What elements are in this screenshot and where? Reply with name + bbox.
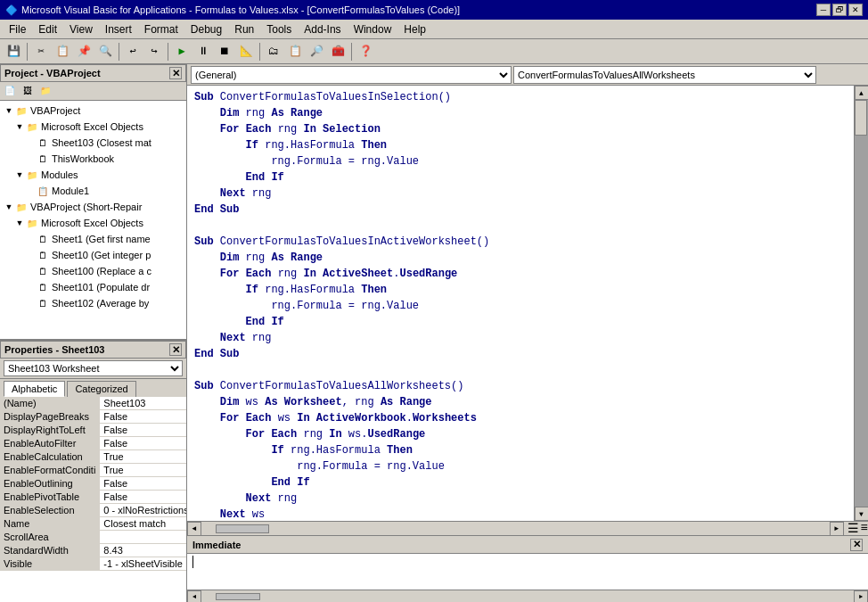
hscroll-track[interactable] — [216, 524, 815, 533]
project-tree[interactable]: ▼ 📁 VBAProject ▼ 📁 Microsoft Excel Objec… — [0, 101, 186, 339]
project-view-object[interactable]: 🖼 — [20, 84, 36, 98]
menu-debug[interactable]: Debug — [185, 21, 227, 37]
props-name-cell: DisplayPageBreaks — [0, 410, 100, 424]
expand-excel-objects-2[interactable]: ▼ — [14, 218, 25, 228]
menu-file[interactable]: File — [4, 21, 31, 37]
toolbar-design[interactable]: 📐 — [236, 42, 256, 62]
toolbar-break[interactable]: ⏸ — [193, 42, 213, 62]
hscroll-thumb[interactable] — [216, 524, 269, 533]
props-row: EnableCalculationTrue — [0, 450, 186, 464]
props-value-cell[interactable] — [100, 531, 186, 544]
tab-categorized[interactable]: Categorized — [67, 381, 135, 397]
props-value-cell[interactable]: False — [100, 491, 186, 504]
imm-hscroll-right[interactable]: ► — [854, 590, 868, 603]
toolbar-obj-browser[interactable]: 🔎 — [307, 42, 326, 62]
menu-addins[interactable]: Add-Ins — [299, 21, 346, 37]
expand-modules[interactable]: ▼ — [14, 169, 25, 180]
procedure-dropdown[interactable]: ConvertFormulasToValuesAllWorksheets — [513, 66, 816, 84]
tree-excel-objects-2[interactable]: ▼ 📁 Microsoft Excel Objects — [12, 215, 184, 231]
props-value-cell[interactable]: False — [100, 410, 186, 424]
toolbar-proj[interactable]: 🗂 — [264, 42, 283, 62]
minimize-btn[interactable]: ─ — [816, 4, 831, 16]
immediate-content[interactable] — [187, 554, 868, 590]
toolbar-save[interactable]: 💾 — [4, 42, 23, 62]
toolbar-help[interactable]: ❓ — [356, 42, 375, 62]
tree-vbaproject2[interactable]: ▼ 📁 VBAProject (Short-Repair — [2, 199, 184, 215]
vscroll-thumb[interactable] — [855, 100, 867, 136]
toolbar-cut[interactable]: ✂ — [31, 42, 51, 62]
imm-hscroll-thumb[interactable] — [216, 593, 260, 600]
immediate-hscroll[interactable]: ◄ ► — [187, 590, 868, 602]
imm-hscroll-track[interactable] — [216, 593, 839, 600]
props-value-cell[interactable]: Closest match — [100, 517, 186, 531]
tree-sheet102[interactable]: 🗒 Sheet102 (Average by — [23, 295, 184, 311]
full-view-icon[interactable]: ≡ — [861, 521, 868, 536]
tree-vbaproject[interactable]: ▼ 📁 VBAProject — [2, 103, 184, 119]
general-dropdown[interactable]: (General) — [191, 66, 512, 84]
vscroll-track[interactable] — [855, 100, 869, 507]
tree-label-sheet103: Sheet103 (Closest mat — [52, 137, 151, 148]
code-area[interactable]: Sub ConvertFormulasToValuesInSelection()… — [187, 86, 854, 521]
icon-sheet103: 🗒 — [36, 136, 50, 150]
folder-icon-excel-objects-2: 📁 — [25, 216, 39, 230]
expand-excel-objects-1[interactable]: ▼ — [14, 121, 25, 132]
props-name-cell: ScrollArea — [0, 531, 100, 544]
props-value-cell[interactable]: 0 - xlNoRestrictions — [100, 504, 186, 517]
props-value-cell[interactable]: Sheet103 — [100, 397, 186, 410]
vscroll-down-btn[interactable]: ▼ — [855, 507, 869, 521]
menu-tools[interactable]: Tools — [261, 21, 297, 37]
proc-view-icon[interactable]: ☰ — [848, 521, 859, 536]
toolbar-run[interactable]: ▶ — [172, 42, 192, 62]
props-value-cell[interactable]: False — [100, 437, 186, 450]
project-close-btn[interactable]: ✕ — [169, 67, 182, 79]
vscroll-up-btn[interactable]: ▲ — [855, 86, 869, 100]
code-hscroll[interactable]: ◄ ► ☰ ≡ — [187, 521, 868, 535]
toolbar-copy[interactable]: 📋 — [53, 42, 72, 62]
immediate-close-btn[interactable]: ✕ — [850, 539, 863, 551]
expand-vbaproject[interactable]: ▼ — [4, 105, 14, 116]
props-value-cell[interactable]: False — [100, 477, 186, 491]
tree-sheet10[interactable]: 🗒 Sheet10 (Get integer p — [23, 247, 184, 263]
props-value-cell[interactable]: 8.43 — [100, 544, 186, 557]
tree-thisworkbook[interactable]: 🗒 ThisWorkbook — [23, 151, 184, 167]
menu-format[interactable]: Format — [139, 21, 184, 37]
restore-btn[interactable]: 🗗 — [832, 4, 847, 16]
tree-sheet101[interactable]: 🗒 Sheet101 (Populate dr — [23, 279, 184, 295]
code-area-container: Sub ConvertFormulasToValuesInSelection()… — [187, 86, 868, 521]
tree-sheet1[interactable]: 🗒 Sheet1 (Get first name — [23, 231, 184, 247]
tree-modules[interactable]: ▼ 📁 Modules — [12, 167, 184, 183]
menu-help[interactable]: Help — [398, 21, 431, 37]
toolbar-toolbox[interactable]: 🧰 — [328, 42, 348, 62]
props-value-cell[interactable]: True — [100, 450, 186, 464]
project-toggle-folders[interactable]: 📁 — [37, 84, 53, 98]
menu-run[interactable]: Run — [229, 21, 259, 37]
project-view-code[interactable]: 📄 — [2, 84, 18, 98]
menu-insert[interactable]: Insert — [100, 21, 137, 37]
code-vscroll[interactable]: ▲ ▼ — [854, 86, 868, 521]
menu-view[interactable]: View — [64, 21, 98, 37]
close-btn[interactable]: ✕ — [848, 4, 863, 16]
menu-edit[interactable]: Edit — [33, 21, 62, 37]
props-value-cell[interactable]: True — [100, 464, 186, 477]
props-value-cell[interactable]: -1 - xlSheetVisible — [100, 557, 186, 571]
toolbar-reset[interactable]: ⏹ — [215, 42, 234, 62]
toolbar-find[interactable]: 🔍 — [95, 42, 115, 62]
icon-sheet100: 🗒 — [36, 264, 50, 278]
props-value-cell[interactable]: False — [100, 424, 186, 437]
properties-close-btn[interactable]: ✕ — [169, 343, 182, 356]
menu-window[interactable]: Window — [348, 21, 397, 37]
tab-alphabetic[interactable]: Alphabetic — [4, 381, 65, 397]
toolbar-paste[interactable]: 📌 — [74, 42, 94, 62]
hscroll-right-btn[interactable]: ► — [830, 522, 844, 536]
toolbar-props[interactable]: 📋 — [285, 42, 305, 62]
imm-hscroll-left[interactable]: ◄ — [187, 590, 201, 603]
tree-sheet100[interactable]: 🗒 Sheet100 (Replace a c — [23, 263, 184, 279]
hscroll-left-btn[interactable]: ◄ — [187, 522, 201, 536]
tree-module1[interactable]: 📋 Module1 — [23, 183, 184, 199]
toolbar-undo[interactable]: ↩ — [123, 42, 143, 62]
tree-sheet103[interactable]: 🗒 Sheet103 (Closest mat — [23, 135, 184, 151]
tree-excel-objects-1[interactable]: ▼ 📁 Microsoft Excel Objects — [12, 119, 184, 135]
properties-object-dropdown[interactable]: Sheet103 Worksheet — [4, 360, 183, 376]
expand-vbaproject2[interactable]: ▼ — [4, 202, 14, 212]
toolbar-redo[interactable]: ↪ — [144, 42, 164, 62]
